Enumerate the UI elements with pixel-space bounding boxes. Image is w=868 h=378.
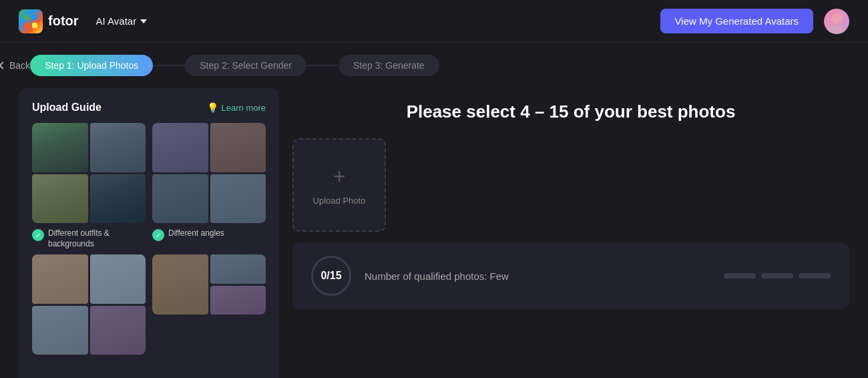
svg-rect-3 bbox=[32, 23, 37, 28]
upload-area: + Upload Photo bbox=[292, 138, 849, 232]
step-2-pill[interactable]: Step 2: Select Gender bbox=[185, 55, 306, 76]
guide-label-angles-text: Different angles bbox=[168, 228, 224, 239]
upload-photo-box[interactable]: + Upload Photo bbox=[292, 138, 386, 232]
guide-image-w1 bbox=[32, 254, 88, 304]
upload-label: Upload Photo bbox=[313, 196, 366, 206]
steps-bar: Back Step 1: Upload Photos Step 2: Selec… bbox=[0, 43, 868, 88]
view-avatars-button[interactable]: View My Generated Avatars bbox=[660, 9, 813, 33]
step-connector-1 bbox=[153, 65, 185, 66]
progress-count: 0/15 bbox=[320, 270, 341, 282]
svg-point-5 bbox=[828, 25, 845, 34]
step-3: Step 3: Generate bbox=[339, 55, 439, 76]
guide-image-w2 bbox=[90, 254, 146, 304]
qualified-text: Number of qualified photos: Few bbox=[365, 270, 710, 282]
back-chevron-icon bbox=[0, 61, 7, 69]
header-right: View My Generated Avatars bbox=[660, 9, 849, 34]
guide-image-5 bbox=[152, 123, 208, 172]
progress-section: 0/15 Number of qualified photos: Few bbox=[292, 242, 849, 309]
upload-guide-panel: Upload Guide 💡 Learn more Different outf… bbox=[19, 88, 279, 378]
progress-bars bbox=[724, 273, 831, 278]
guide-label-outfits: Different outfits &backgrounds bbox=[32, 228, 146, 249]
header-left: fotor AI Avatar bbox=[19, 9, 154, 33]
step-1: Step 1: Upload Photos bbox=[30, 55, 153, 76]
progress-bar-3 bbox=[799, 273, 831, 278]
avatar bbox=[824, 9, 849, 34]
guide-images-outfits bbox=[32, 123, 146, 223]
step-1-pill[interactable]: Step 1: Upload Photos bbox=[30, 55, 153, 76]
guide-image-br1 bbox=[152, 254, 208, 315]
guide-item-angles: Different angles bbox=[152, 123, 266, 249]
lightbulb-icon: 💡 bbox=[207, 102, 218, 113]
guide-grid-bottom bbox=[32, 254, 266, 355]
svg-rect-0 bbox=[24, 15, 29, 20]
learn-more-label: Learn more bbox=[222, 103, 266, 113]
back-label: Back bbox=[9, 60, 30, 71]
guide-grid: Different outfits &backgrounds Different… bbox=[32, 123, 266, 249]
guide-image-3 bbox=[32, 174, 88, 224]
guide-label-angles: Different angles bbox=[152, 228, 266, 241]
step-3-pill[interactable]: Step 3: Generate bbox=[339, 55, 439, 76]
progress-circle: 0/15 bbox=[311, 256, 351, 296]
guide-item-bottom-left bbox=[32, 254, 146, 355]
guide-image-8 bbox=[210, 174, 266, 224]
check-icon-angles bbox=[152, 229, 164, 241]
progress-bar-1 bbox=[724, 273, 756, 278]
step-connector-2 bbox=[306, 65, 339, 66]
guide-image-br2 bbox=[210, 254, 266, 284]
guide-image-1 bbox=[32, 123, 88, 172]
guide-image-w3 bbox=[32, 306, 88, 355]
svg-rect-2 bbox=[24, 23, 29, 28]
guide-item-outfits: Different outfits &backgrounds bbox=[32, 123, 146, 249]
guide-header: Upload Guide 💡 Learn more bbox=[32, 102, 266, 114]
right-panel: Please select 4 – 15 of your best photos… bbox=[292, 88, 849, 378]
guide-image-7 bbox=[152, 174, 208, 224]
logo-icon bbox=[19, 9, 43, 33]
logo: fotor bbox=[19, 9, 79, 33]
guide-title: Upload Guide bbox=[32, 102, 101, 114]
main-content: Upload Guide 💡 Learn more Different outf… bbox=[0, 88, 868, 378]
ai-avatar-label: AI Avatar bbox=[96, 15, 137, 27]
chevron-down-icon bbox=[140, 19, 147, 23]
svg-point-4 bbox=[831, 13, 842, 24]
guide-image-2 bbox=[90, 123, 146, 172]
logo-text: fotor bbox=[48, 13, 79, 29]
guide-image-6 bbox=[210, 123, 266, 172]
plus-icon: + bbox=[333, 164, 346, 189]
guide-item-bottom-right bbox=[152, 254, 266, 355]
back-button[interactable]: Back bbox=[0, 60, 30, 71]
header: fotor AI Avatar View My Generated Avatar… bbox=[0, 0, 868, 43]
progress-bar-2 bbox=[761, 273, 793, 278]
select-title: Please select 4 – 15 of your best photos bbox=[292, 102, 849, 122]
step-2: Step 2: Select Gender bbox=[185, 55, 306, 76]
guide-image-br3 bbox=[210, 286, 266, 315]
guide-image-4 bbox=[90, 174, 146, 224]
ai-avatar-button[interactable]: AI Avatar bbox=[89, 11, 154, 31]
guide-images-angles bbox=[152, 123, 266, 223]
check-icon-outfits bbox=[32, 229, 44, 241]
learn-more-link[interactable]: 💡 Learn more bbox=[207, 102, 266, 113]
guide-image-w4 bbox=[90, 306, 146, 355]
guide-label-outfits-text: Different outfits &backgrounds bbox=[48, 228, 110, 249]
svg-rect-1 bbox=[32, 15, 37, 20]
guide-images-bottom-right bbox=[152, 254, 266, 315]
guide-images-women-left bbox=[32, 254, 146, 355]
